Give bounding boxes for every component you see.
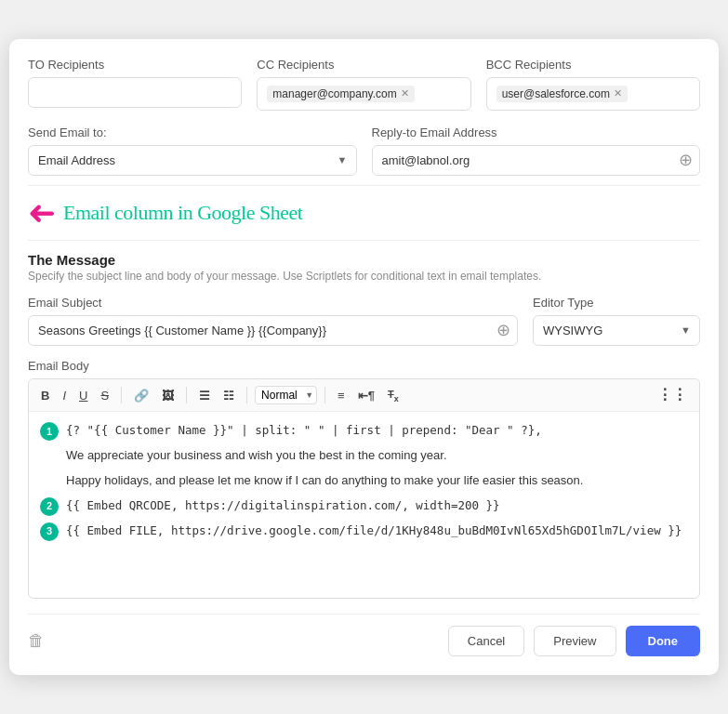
unordered-list-icon: ☷: [223, 389, 234, 403]
line-text-5: {{ Embed FILE, https://drive.google.com/…: [66, 522, 682, 540]
section-title: The Message: [28, 252, 700, 268]
editor-line-1: 1 {? "{{ Customer Name }}" | split: " " …: [40, 421, 688, 441]
preview-button[interactable]: Preview: [534, 626, 615, 656]
link-button[interactable]: 🔗: [129, 387, 153, 404]
send-reply-row: Send Email to: Email Address Name Other …: [28, 126, 700, 176]
to-recipients-group: TO Recipients: [28, 58, 242, 111]
email-subject-input[interactable]: [28, 315, 518, 346]
recipients-row: TO Recipients CC Recipients manager@comp…: [28, 58, 700, 111]
line-text-1: {? "{{ Customer Name }}" | split: " " | …: [66, 421, 542, 440]
editor-line-2: We appreciate your business and wish you…: [66, 446, 688, 466]
line-badge-3: 3: [40, 522, 59, 541]
send-email-select-wrapper: Email Address Name Other ▼: [28, 145, 357, 176]
section-subtitle: Specify the subject line and body of you…: [28, 270, 700, 283]
clear-format-button[interactable]: Tx: [383, 385, 404, 406]
align-button[interactable]: ≡: [333, 387, 350, 404]
reply-to-input-wrapper: ⊕: [372, 145, 701, 176]
editor-type-select-wrapper: WYSIWYG Plain Text HTML ▼: [533, 315, 700, 346]
editor-container: B I U S 🔗 🖼 ☰ ☷ Normal H1 H2 ▼ ≡ ⇤¶ Tx: [28, 378, 700, 600]
pink-arrow-icon: ➜: [28, 193, 56, 232]
email-subject-group: Email Subject ⊕: [28, 296, 518, 346]
annotation-row: ➜ Email column in Google Sheet: [28, 185, 700, 241]
link-icon: 🔗: [134, 389, 149, 403]
bcc-recipients-group: BCC Recipients user@salesforce.com ✕: [486, 58, 700, 111]
cc-tag-value: manager@company.com: [272, 87, 396, 100]
ordered-list-button[interactable]: ☰: [194, 387, 215, 404]
editor-line-4: 2 {{ Embed QRCODE, https://digitalinspir…: [40, 496, 688, 516]
italic-button[interactable]: I: [58, 387, 71, 404]
bcc-recipients-input[interactable]: user@salesforce.com ✕: [486, 77, 700, 111]
subject-editor-row: Email Subject ⊕ Editor Type WYSIWYG Plai…: [28, 296, 700, 346]
more-options-button[interactable]: ⋮⋮: [653, 385, 692, 405]
editor-type-select[interactable]: WYSIWYG Plain Text HTML: [533, 315, 700, 346]
bcc-tag-1: user@salesforce.com ✕: [496, 86, 628, 102]
send-email-select[interactable]: Email Address Name Other: [28, 145, 357, 176]
more-options-icon: ⋮⋮: [657, 387, 687, 403]
reply-to-input[interactable]: [372, 145, 701, 176]
line-text-2: We appreciate your business and wish you…: [66, 448, 447, 462]
cc-tag-close[interactable]: ✕: [401, 88, 409, 99]
line-text-4: {{ Embed QRCODE, https://digitalinspirat…: [66, 496, 500, 515]
editor-body[interactable]: 1 {? "{{ Customer Name }}" | split: " " …: [29, 412, 699, 598]
editor-line-3: Happy holidays, and please let me know i…: [66, 471, 688, 491]
send-email-group: Send Email to: Email Address Name Other …: [28, 126, 357, 176]
toolbar-separator-3: [246, 387, 247, 403]
bcc-tag-value: user@salesforce.com: [502, 87, 610, 100]
footer-row: 🗑 Cancel Preview Done: [28, 614, 700, 656]
annotation-text: Email column in Google Sheet: [63, 201, 302, 225]
cc-recipients-label: CC Recipients: [257, 58, 470, 72]
cc-recipients-input[interactable]: manager@company.com ✕: [257, 77, 470, 111]
cc-tag-1: manager@company.com ✕: [267, 86, 414, 102]
line-badge-2: 2: [40, 497, 59, 516]
font-size-select[interactable]: Normal H1 H2: [255, 386, 317, 404]
toolbar-separator-4: [324, 387, 325, 403]
subject-input-wrapper: ⊕: [28, 315, 518, 346]
footer-buttons: Cancel Preview Done: [448, 626, 700, 656]
clear-format-icon: T: [388, 389, 394, 400]
reply-to-plus-icon[interactable]: ⊕: [679, 152, 693, 168]
line-text-3: Happy holidays, and please let me know i…: [66, 473, 583, 487]
rtl-icon: ⇤¶: [358, 389, 375, 403]
trash-button[interactable]: 🗑: [28, 631, 45, 651]
underline-button[interactable]: U: [74, 387, 92, 404]
editor-toolbar: B I U S 🔗 🖼 ☰ ☷ Normal H1 H2 ▼ ≡ ⇤¶ Tx: [29, 379, 699, 413]
editor-line-5: 3 {{ Embed FILE, https://drive.google.co…: [40, 522, 688, 541]
send-email-label: Send Email to:: [28, 126, 357, 139]
image-button[interactable]: 🖼: [157, 387, 179, 404]
ordered-list-icon: ☰: [199, 389, 210, 403]
line-badge-1: 1: [40, 422, 59, 441]
reply-to-group: Reply-to Email Address ⊕: [372, 126, 701, 176]
email-body-label: Email Body: [28, 359, 700, 373]
align-icon: ≡: [338, 389, 345, 403]
email-subject-label: Email Subject: [28, 296, 518, 310]
to-recipients-label: TO Recipients: [28, 58, 242, 72]
font-size-wrapper: Normal H1 H2 ▼: [255, 386, 317, 404]
arrow-annotation: ➜ Email column in Google Sheet: [28, 193, 302, 232]
message-section: The Message Specify the subject line and…: [28, 252, 700, 283]
reply-to-label: Reply-to Email Address: [372, 126, 701, 139]
rtl-button[interactable]: ⇤¶: [353, 387, 379, 404]
bold-button[interactable]: B: [36, 387, 54, 404]
done-button[interactable]: Done: [626, 626, 701, 656]
to-recipients-input[interactable]: [28, 77, 242, 108]
editor-type-group: Editor Type WYSIWYG Plain Text HTML ▼: [533, 296, 700, 346]
bcc-tag-close[interactable]: ✕: [614, 88, 622, 99]
bcc-recipients-label: BCC Recipients: [486, 58, 700, 72]
editor-type-label: Editor Type: [533, 296, 700, 310]
subject-plus-icon[interactable]: ⊕: [496, 320, 510, 340]
cc-recipients-group: CC Recipients manager@company.com ✕: [257, 58, 470, 111]
unordered-list-button[interactable]: ☷: [218, 387, 239, 404]
email-dialog: TO Recipients CC Recipients manager@comp…: [9, 39, 719, 676]
cancel-button[interactable]: Cancel: [448, 626, 524, 656]
toolbar-separator-2: [186, 387, 187, 403]
strikethrough-button[interactable]: S: [96, 387, 113, 404]
image-icon: 🖼: [162, 389, 174, 403]
toolbar-separator-1: [121, 387, 122, 403]
